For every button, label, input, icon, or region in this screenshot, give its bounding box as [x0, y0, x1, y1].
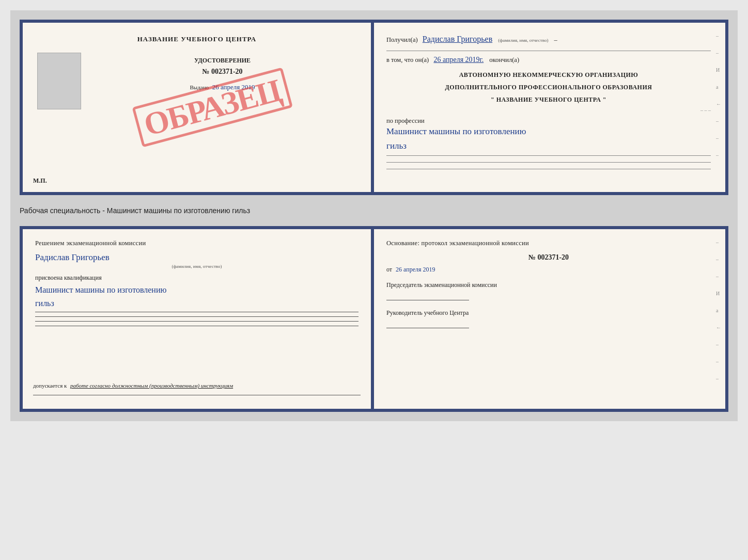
qualification-label: присвоена квалификация: [35, 274, 359, 282]
bottom-right-side-marks: – – – И а ← – – –: [716, 239, 721, 381]
basis-label: Основание: протокол экзаменационной коми…: [386, 239, 711, 247]
cert-date-line: Выдано 26 апреля 2019: [88, 83, 356, 91]
specialty-label: Рабочая специальность - Машинист машины …: [20, 204, 728, 217]
number-block: № 002371-20: [386, 252, 711, 262]
org-name: " НАЗВАНИЕ УЧЕБНОГО ЦЕНТРА ": [386, 95, 711, 104]
received-name: Радислав Григорьев: [423, 35, 492, 43]
top-certificate: НАЗВАНИЕ УЧЕБНОГО ЦЕНТРА УДОСТОВЕРЕНИЕ №…: [20, 20, 728, 195]
small-dots: – – –: [386, 107, 711, 113]
cert-id-block: УДОСТОВЕРЕНИЕ № 002371-20 Выдано 26 апре…: [88, 53, 356, 93]
date-value2: 26 апреля 2019: [396, 266, 435, 273]
org-line1: АВТОНОМНУЮ НЕКОММЕРЧЕСКУЮ ОРГАНИЗАЦИЮ: [386, 70, 711, 79]
bottom-fio-sub: (фамилия, имя, отчество): [35, 264, 359, 269]
cert-id-number: № 002371-20: [88, 68, 356, 76]
bottom-certificate: Решением экзаменационной комиссии Радисл…: [20, 226, 728, 412]
director-label: Руководитель учебного Центра: [386, 309, 711, 317]
profession-line1: Машинист машины по изготовлению: [386, 125, 711, 138]
chairman-sig-line: [386, 300, 469, 300]
bottom-text: работе согласно должностным (производств…: [70, 382, 233, 389]
received-line: Получил(а) Радислав Григорьев (фамилия, …: [386, 33, 711, 45]
bottom-permission-text: допускается к работе согласно должностны…: [33, 382, 361, 399]
top-cert-right-page: Получил(а) Радислав Григорьев (фамилия, …: [374, 23, 725, 192]
org-line2: ДОПОЛНИТЕЛЬНОГО ПРОФЕССИОНАЛЬНОГО ОБРАЗО…: [386, 83, 711, 92]
profession-line2: гильз: [386, 139, 711, 153]
director-sig-line: [386, 328, 469, 328]
qual-line1: Машинист машины по изготовлению: [35, 284, 359, 296]
fio-sub: (фамилия, имя, отчество): [498, 38, 548, 43]
date-prefix2: от: [386, 266, 392, 273]
bottom-left-title: Решением экзаменационной комиссии: [35, 239, 359, 247]
profession-label: по профессии: [386, 117, 711, 125]
date-val: 26 апреля 2019г.: [433, 56, 484, 63]
divider2: [386, 155, 711, 156]
chairman-label: Председатель экзаменационной комиссии: [386, 281, 711, 290]
bottom-prefix: допускается к: [33, 382, 67, 389]
bottom-person-name: Радислав Григорьев: [35, 252, 359, 263]
bottom-cert-right-page: Основание: протокол экзаменационной коми…: [374, 229, 725, 409]
underline4: [35, 326, 359, 326]
cert-id-label: УДОСТОВЕРЕНИЕ: [88, 57, 356, 65]
date-value: 26 апреля 2019: [212, 83, 255, 91]
qual-line2: гильз: [35, 297, 359, 310]
top-cert-left-page: НАЗВАНИЕ УЧЕБНОГО ЦЕНТРА УДОСТОВЕРЕНИЕ №…: [23, 23, 374, 192]
cert2-date: от 26 апреля 2019: [386, 266, 711, 274]
date-line: в том, что он(а) 26 апреля 2019г. окончи…: [386, 54, 711, 65]
date-suffix: окончил(а): [489, 56, 519, 63]
divider3: [386, 162, 711, 163]
date-label: Выдано: [190, 84, 209, 90]
underline1: [35, 312, 359, 312]
dash1: –: [554, 36, 557, 43]
underline2: [35, 316, 359, 317]
page-wrapper: НАЗВАНИЕ УЧЕБНОГО ЦЕНТРА УДОСТОВЕРЕНИЕ №…: [10, 10, 738, 421]
underline3: [35, 321, 359, 322]
top-cert-content: УДОСТОВЕРЕНИЕ № 002371-20 Выдано 26 апре…: [37, 53, 356, 109]
date-prefix: в том, что он(а): [386, 56, 429, 63]
mp-label: М.П.: [33, 177, 47, 185]
divider4: [386, 169, 711, 169]
photo-area: [37, 53, 81, 109]
right-side-marks: – – И а ← – – –: [716, 33, 721, 158]
bottom-cert-left-page: Решением экзаменационной комиссии Радисл…: [23, 229, 374, 409]
cert2-number: № 002371-20: [528, 253, 569, 261]
underline5: [33, 395, 361, 395]
divider1: [386, 51, 711, 51]
received-label: Получил(а): [386, 36, 418, 43]
top-cert-title: НАЗВАНИЕ УЧЕБНОГО ЦЕНТРА: [37, 35, 356, 43]
